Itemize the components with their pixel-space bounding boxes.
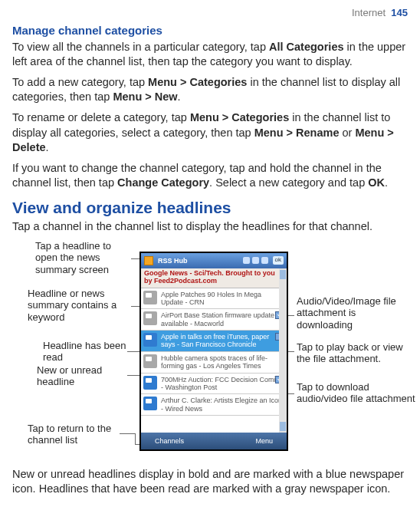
label-all-categories: All Categories: [269, 41, 344, 53]
callout-downloading: Audio/Video/Image file attachment is dow…: [297, 295, 408, 331]
callout-playback: Tap to play back or view the file attach…: [297, 341, 419, 365]
annotated-screenshot-diagram: Tap a headline to open the news summary …: [12, 240, 408, 462]
headline-row[interactable]: 700MHz Auction: FCC Decision Coming - Wa…: [141, 374, 287, 395]
para-view-categories: To view all the channels in a particular…: [12, 40, 408, 70]
heading-manage-channel-categories: Manage channel categories: [12, 23, 408, 38]
feed-title: Google News - Sci/Tech. Brought to you b…: [141, 268, 287, 288]
callout-tap-headline: Tap a headline to open the news summary …: [35, 240, 131, 276]
headline-row[interactable]: Apple Patches 90 Holes In Mega Update - …: [141, 288, 287, 310]
label-menu-categories: Menu > Categories: [148, 76, 247, 88]
softkey-menu[interactable]: Menu: [255, 436, 273, 446]
headline-row[interactable]: AirPort Base Station firmware update ava…: [141, 309, 287, 331]
newspaper-icon: [143, 376, 157, 390]
para-headlines-legend: New or unread headlines display in bold …: [12, 467, 408, 497]
ok-button[interactable]: ok: [273, 256, 284, 265]
label-ok: OK: [368, 176, 385, 189]
headline-row-selected[interactable]: Apple in talks on free iTunes, paper say…: [141, 331, 287, 352]
label-menu-new: Menu > New: [113, 91, 177, 103]
callout-download: Tap to download audio/video file attachm…: [297, 381, 419, 405]
para-change-category: If you want to change the channel catego…: [12, 161, 408, 191]
label-menu-rename: Menu > Rename: [254, 127, 340, 139]
callout-unread: New or unread headline: [37, 364, 129, 388]
app-icon: [144, 256, 153, 265]
callout-keyword: Headline or news summary contains a keyw…: [28, 288, 131, 324]
newspaper-icon: [143, 311, 157, 325]
device-topbar: RSS Hub ok: [141, 253, 287, 268]
newspaper-icon: [143, 333, 157, 347]
para-view-headlines-intro: Tap a channel in the channel list to dis…: [12, 219, 408, 235]
callout-return: Tap to return to the channel list: [28, 423, 120, 446]
app-title: RSS Hub: [158, 256, 238, 265]
device-screenshot: RSS Hub ok Google News - Sci/Tech. Broug…: [139, 252, 288, 451]
headline-row[interactable]: Arthur C. Clarke: Artists Elegize an Ico…: [141, 394, 287, 416]
para-rename-delete: To rename or delete a category, tap Menu…: [12, 110, 408, 156]
newspaper-icon: [143, 291, 157, 304]
para-add-category: To add a new category, tap Menu > Catego…: [12, 75, 408, 105]
leader-line: [120, 433, 135, 434]
softkey-channels[interactable]: Channels: [155, 436, 184, 446]
header-page-number: 145: [391, 7, 408, 18]
newspaper-icon: [143, 397, 157, 410]
heading-view-organize-headlines: View and organize headlines: [12, 197, 408, 219]
leader-line: [135, 433, 136, 444]
callout-read: Headline has been read: [43, 340, 127, 364]
status-icons: [243, 257, 268, 264]
headline-row[interactable]: Hubble camera spots traces of life-formi…: [141, 352, 287, 374]
header-section: Internet: [352, 7, 386, 18]
device-softkey-bar: Channels Menu: [141, 433, 287, 449]
page-header: Internet 145: [12, 6, 408, 20]
scrollbar[interactable]: [279, 268, 287, 433]
label-change-category: Change Category: [117, 176, 209, 189]
newspaper-icon: [143, 354, 157, 368]
